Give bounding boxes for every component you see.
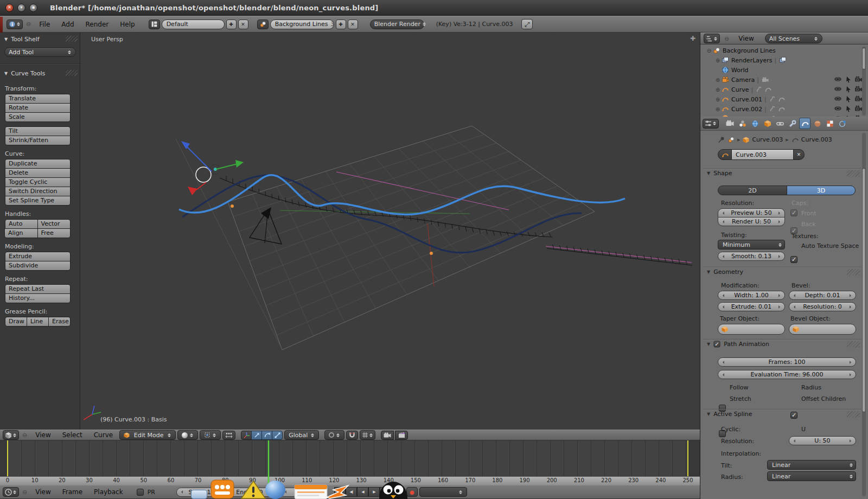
viewport-shading-dropdown[interactable] (177, 430, 198, 440)
caps-front-checkbox[interactable] (790, 209, 797, 216)
restrict-select-cursor-icon[interactable] (844, 86, 853, 93)
preview-u-slider[interactable]: Preview U: 50 (718, 208, 785, 217)
restrict-select-cursor-icon[interactable] (844, 76, 853, 83)
outliner-row-background-lines[interactable]: ⊖Background Lines (700, 46, 861, 55)
panel-drag-stripes[interactable] (847, 170, 860, 177)
toolshelf-button-erase[interactable]: Erase (48, 317, 71, 327)
toolshelf-button-subdivide[interactable]: Subdivide (5, 261, 71, 271)
path-frames-slider[interactable]: Frames: 100 (718, 357, 856, 367)
dock-globe-icon[interactable] (265, 481, 285, 499)
tilt-interpolation-dropdown[interactable]: Linear (767, 460, 856, 470)
expand-plus-icon[interactable]: ⊕ (714, 77, 721, 83)
render-opengl-icon[interactable] (381, 431, 394, 440)
editor-type-timeline-button[interactable] (3, 487, 19, 497)
width-slider[interactable]: Width: 1.00 (718, 291, 785, 300)
tab-material-icon[interactable] (812, 118, 823, 129)
window-minimize-icon[interactable]: ▾ (17, 4, 25, 12)
datablock-name-input[interactable]: Curve.003 (732, 149, 794, 160)
editor-type-3dview-button[interactable] (3, 430, 19, 440)
outliner-row-curve-001[interactable]: ⊕Curve.001| (700, 94, 861, 104)
pivot-point-dropdown[interactable] (200, 430, 221, 440)
toolshelf-button-scale[interactable]: Scale (5, 112, 71, 122)
properties-scrollbar[interactable] (862, 133, 866, 496)
render-engine-dropdown[interactable]: Blender Render (370, 20, 424, 29)
manipulator-x-axis-arrow[interactable] (196, 182, 206, 190)
toolshelf-button-free[interactable]: Free (37, 228, 71, 238)
outliner-row-camera[interactable]: ⊕Camera| (700, 75, 861, 85)
scene-breadcrumb-icon[interactable] (727, 136, 735, 143)
toolshelf-button-align[interactable]: Align (4, 228, 38, 238)
editor-type-properties-button[interactable] (703, 119, 719, 129)
record-button[interactable]: ● (406, 487, 418, 497)
bevel-depth-slider[interactable]: Depth: 0.01 (789, 291, 856, 300)
tab-physics-icon[interactable] (837, 118, 848, 129)
transform-orientation-dropdown[interactable]: Global (284, 430, 319, 440)
taper-object-field[interactable] (718, 324, 785, 335)
panel-drag-stripes[interactable] (847, 341, 860, 348)
menu-render[interactable]: Render (81, 21, 114, 28)
toolshelf-button-extrude[interactable]: Extrude (5, 252, 71, 261)
tab-object-icon[interactable] (762, 118, 773, 129)
toolshelf-button-rotate[interactable]: Rotate (5, 103, 71, 113)
tab-constraints-icon[interactable] (774, 118, 786, 129)
toolshelf-button-duplicate[interactable]: Duplicate (5, 159, 71, 169)
scene-delete-button[interactable]: ✕ (348, 20, 358, 29)
scene-add-button[interactable]: ✚ (336, 20, 346, 29)
tab-modifiers-icon[interactable] (787, 118, 798, 129)
restrict-view-eye-icon[interactable] (833, 105, 843, 112)
viewport-menu-view[interactable]: View (30, 431, 55, 439)
dock-openshot-icon[interactable] (210, 479, 234, 499)
editor-type-info-button[interactable]: i (7, 20, 23, 29)
expand-plus-icon[interactable]: ⊕ (714, 97, 721, 103)
dock-penguin-icon[interactable] (379, 481, 408, 499)
evaluation-time-slider[interactable]: Evaluation Time: 96.000 (718, 370, 856, 379)
toolshelf-button-delete[interactable]: Delete (5, 168, 71, 178)
path-animation-panel-header[interactable]: ▼ Path Animation (703, 339, 861, 349)
add-panel-icon[interactable]: ✚ (690, 35, 695, 42)
add-tool-dropdown[interactable]: Add Tool (4, 47, 76, 57)
toolshelf-button-switch-direction[interactable]: Switch Direction (5, 187, 71, 196)
panel-drag-stripes[interactable] (66, 70, 78, 76)
timeline-playhead[interactable] (268, 440, 269, 485)
restrict-select-cursor-icon[interactable] (844, 95, 853, 103)
expand-plus-icon[interactable]: ⊕ (714, 106, 721, 112)
header-collapse-icon[interactable]: ⊖ (21, 489, 29, 496)
outliner-row-world[interactable]: World (700, 65, 861, 75)
panel-drag-stripes[interactable] (66, 36, 78, 42)
timeline-canvas[interactable] (0, 440, 700, 476)
shape-2d-button[interactable]: 2D (718, 185, 787, 195)
manipulator-axis-icon[interactable] (241, 431, 252, 440)
tool-shelf-panel-header[interactable]: ▼ Tool Shelf (0, 33, 80, 46)
tab-texture-icon[interactable] (824, 118, 835, 129)
render-animation-clapper-icon[interactable] (395, 431, 408, 440)
expand-plus-icon[interactable]: ⊕ (714, 87, 721, 93)
outliner-scrollbar[interactable] (862, 47, 866, 116)
properties-scrollbar-thumb[interactable] (862, 168, 866, 412)
header-collapse-icon[interactable]: ⊖ (21, 432, 29, 439)
expand-minus-icon[interactable]: ⊖ (706, 48, 712, 54)
snap-magnet-icon[interactable] (346, 431, 358, 440)
extrude-slider[interactable]: Extrude: 0.01 (718, 302, 785, 311)
bevel-object-field[interactable] (789, 324, 856, 335)
outliner-filter-dropdown[interactable]: All Scenes (765, 34, 822, 43)
dock-cursor-arrow-icon[interactable] (324, 484, 350, 499)
control-point[interactable] (430, 252, 433, 255)
tab-scene-icon[interactable] (737, 118, 748, 129)
tab-render-icon[interactable] (724, 118, 736, 129)
viewport-3d[interactable]: User Persp (96) Curve.003 : Basis ✚ (80, 33, 700, 430)
screen-layout-field[interactable]: Default (162, 20, 225, 29)
breadcrumb-data-name[interactable]: Curve.003 (801, 136, 832, 143)
timeline-ruler[interactable]: 0102030405060708090100110120130140150160… (0, 476, 700, 485)
window-maximize-icon[interactable]: ▪ (29, 4, 37, 12)
curve-bright-blue[interactable] (179, 175, 625, 215)
unlink-datablock-icon[interactable]: ✕ (794, 149, 805, 160)
bevel-resolution-slider[interactable]: Resolution: 0 (789, 302, 856, 311)
pivot-align-toggle[interactable] (222, 431, 235, 440)
restrict-view-eye-icon[interactable] (833, 95, 843, 102)
viewport-menu-select[interactable]: Select (58, 431, 87, 439)
outliner-row-curve-002[interactable]: ⊕Curve.002| (700, 104, 861, 114)
outliner-scrollbar-thumb[interactable] (862, 48, 866, 69)
menu-help[interactable]: Help (115, 21, 139, 28)
proportional-edit-dropdown[interactable] (324, 430, 344, 440)
screen-layout-browse-button[interactable] (149, 20, 160, 29)
